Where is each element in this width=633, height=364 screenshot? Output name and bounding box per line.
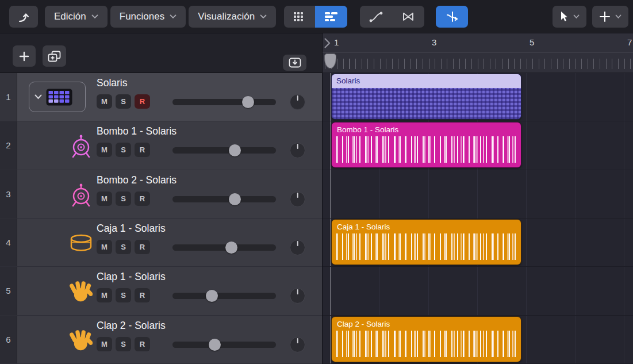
mute-button[interactable]: M bbox=[97, 288, 112, 302]
track-row[interactable]: 6 Clap 2 - Solaris M S R bbox=[0, 316, 322, 364]
track-header: Solaris M S R bbox=[17, 73, 322, 121]
solo-button[interactable]: S bbox=[116, 288, 131, 302]
track-row[interactable]: 3 Bombo 2 - Solaris M S R bbox=[0, 170, 322, 219]
menu-edición[interactable]: Edición bbox=[45, 6, 108, 28]
midi-region[interactable]: Caja 1 - Solaris bbox=[331, 219, 521, 265]
volume-slider-thumb[interactable] bbox=[209, 339, 221, 351]
back-button[interactable] bbox=[9, 6, 38, 28]
volume-slider-thumb[interactable] bbox=[242, 96, 254, 108]
volume-slider[interactable] bbox=[172, 290, 276, 301]
tracks-icon bbox=[324, 12, 338, 22]
arrange-lane[interactable]: Bombo 1 - Solaris bbox=[323, 121, 633, 170]
track-controls: M S R bbox=[97, 94, 154, 109]
add-track-button[interactable] bbox=[13, 45, 36, 67]
track-number: 4 bbox=[0, 219, 17, 266]
track-disclosure[interactable] bbox=[29, 82, 86, 112]
arrange-lane[interactable]: Solaris bbox=[323, 73, 633, 121]
track-name[interactable]: Bombo 2 - Solaris bbox=[97, 174, 177, 186]
catch-playhead-button[interactable] bbox=[436, 6, 468, 28]
pan-knob[interactable] bbox=[290, 191, 305, 207]
pan-knob[interactable] bbox=[290, 94, 305, 110]
pan-knob[interactable] bbox=[290, 143, 305, 158]
mute-button[interactable]: M bbox=[97, 94, 112, 109]
mute-button[interactable]: M bbox=[97, 191, 112, 206]
volume-slider[interactable] bbox=[172, 96, 276, 108]
track-row[interactable]: 2 Bombo 1 - Solaris M S R bbox=[0, 121, 322, 170]
midi-region[interactable]: Solaris bbox=[331, 74, 521, 120]
crosshair-icon bbox=[599, 11, 611, 22]
volume-slider-thumb[interactable] bbox=[229, 193, 241, 205]
midi-region[interactable]: Bombo 1 - Solaris bbox=[331, 122, 521, 168]
midi-region[interactable]: Clap 2 - Solaris bbox=[331, 316, 521, 362]
pan-knob[interactable] bbox=[290, 240, 305, 255]
record-arm-button[interactable]: R bbox=[135, 240, 150, 254]
track-number: 5 bbox=[0, 267, 17, 315]
solo-button[interactable]: S bbox=[116, 143, 131, 157]
record-arm-button[interactable]: R bbox=[135, 288, 150, 302]
track-number: 2 bbox=[0, 121, 17, 169]
track-row[interactable]: 1 Solaris M S R bbox=[0, 73, 322, 121]
pointer-cursor-icon bbox=[559, 11, 569, 22]
track-row[interactable]: 5 Clap 1 - Solaris M S R bbox=[0, 267, 322, 315]
ruler-bar-number: 7 bbox=[627, 37, 632, 47]
volume-slider-thumb[interactable] bbox=[225, 242, 237, 254]
chevron-down-icon bbox=[615, 14, 622, 19]
grid-icon bbox=[293, 12, 306, 22]
solo-button[interactable]: S bbox=[116, 94, 131, 109]
record-arm-button[interactable]: R bbox=[135, 143, 150, 157]
chevron-down-icon bbox=[34, 94, 42, 99]
mute-button[interactable]: M bbox=[97, 143, 112, 157]
menu-funciones[interactable]: Funciones bbox=[110, 6, 186, 28]
mute-button[interactable]: M bbox=[97, 240, 112, 254]
record-arm-button[interactable]: R bbox=[135, 337, 150, 351]
snare-drum-icon bbox=[68, 230, 94, 256]
duplicate-track-button[interactable] bbox=[43, 45, 66, 67]
region-notes-pattern bbox=[336, 136, 516, 163]
pointer-tool-button[interactable] bbox=[553, 6, 586, 28]
record-arm-button[interactable]: R bbox=[135, 94, 150, 109]
region-label: Caja 1 - Solaris bbox=[332, 220, 521, 231]
volume-slider-thumb[interactable] bbox=[206, 290, 218, 302]
track-number: 3 bbox=[0, 170, 17, 218]
track-name[interactable]: Bombo 1 - Solaris bbox=[97, 125, 177, 137]
solo-button[interactable]: S bbox=[116, 240, 131, 254]
solo-button[interactable]: S bbox=[116, 337, 131, 351]
panel-toggle-button[interactable] bbox=[283, 55, 306, 71]
arrange-lane[interactable] bbox=[323, 267, 633, 315]
arrange-lane[interactable] bbox=[323, 170, 633, 219]
solo-button[interactable]: S bbox=[116, 191, 131, 206]
mute-button[interactable]: M bbox=[97, 337, 112, 351]
track-name[interactable]: Clap 1 - Solaris bbox=[97, 271, 166, 283]
track-name[interactable]: Caja 1 - Solaris bbox=[97, 223, 166, 235]
marquee-button[interactable] bbox=[392, 6, 424, 28]
record-arm-button[interactable]: R bbox=[135, 191, 150, 206]
pan-knob[interactable] bbox=[290, 288, 305, 304]
track-name[interactable]: Clap 2 - Solaris bbox=[97, 320, 166, 332]
duplicate-track-icon bbox=[48, 51, 61, 62]
crosshair-tool-button[interactable] bbox=[592, 6, 628, 28]
track-controls: M S R bbox=[97, 288, 154, 302]
volume-slider-thumb[interactable] bbox=[229, 144, 241, 156]
arrange-lane[interactable]: Caja 1 - Solaris bbox=[323, 219, 633, 267]
track-controls: M S R bbox=[97, 143, 154, 157]
timeline-ruler[interactable]: 1357 bbox=[323, 33, 633, 73]
tray-arrow-down-icon bbox=[289, 58, 301, 68]
track-name[interactable]: Solaris bbox=[97, 77, 128, 89]
volume-slider[interactable] bbox=[172, 242, 276, 253]
menu-visualización[interactable]: Visualización bbox=[189, 6, 276, 28]
automation-curve-icon bbox=[369, 10, 383, 23]
track-row[interactable]: 4 Caja 1 - Solaris M S R bbox=[0, 219, 322, 267]
automation-button[interactable] bbox=[360, 6, 392, 28]
region-label: Clap 2 - Solaris bbox=[332, 317, 521, 328]
volume-slider[interactable] bbox=[172, 144, 276, 156]
ruler-ticks bbox=[323, 53, 633, 72]
slider-groove bbox=[172, 244, 276, 251]
ruler-bar-number: 3 bbox=[432, 37, 436, 47]
track-list-toolbar bbox=[0, 33, 322, 73]
volume-slider[interactable] bbox=[172, 339, 276, 350]
arrange-lane[interactable]: Clap 2 - Solaris bbox=[323, 316, 633, 364]
tracks-view-button[interactable] bbox=[315, 6, 347, 28]
grid-view-button[interactable] bbox=[284, 6, 315, 28]
pan-knob[interactable] bbox=[290, 337, 305, 352]
volume-slider[interactable] bbox=[172, 193, 276, 205]
